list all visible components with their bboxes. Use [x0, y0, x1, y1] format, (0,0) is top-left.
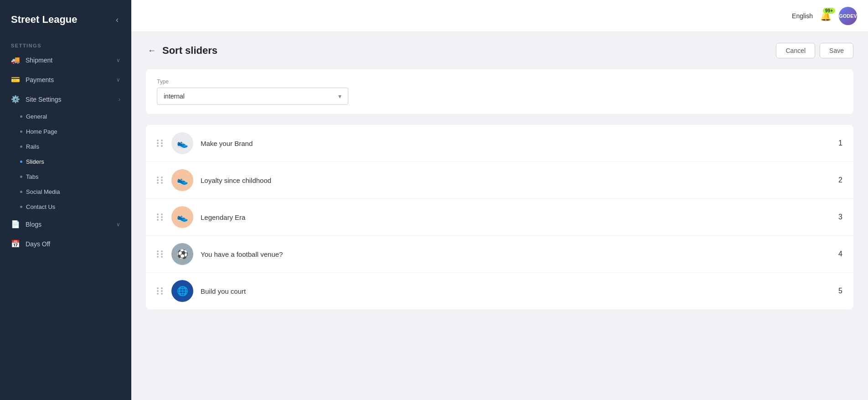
slider-number: 5 [832, 287, 842, 295]
dot-icon [20, 145, 22, 148]
page-header: ← Sort sliders Cancel Save [146, 43, 853, 58]
sidebar-item-blogs[interactable]: 📄 Blogs ∨ [0, 214, 131, 234]
type-label: Type [157, 78, 842, 85]
slider-thumbnail: 👟 [171, 169, 193, 191]
sidebar-item-social-media[interactable]: Social Media [0, 184, 131, 199]
drag-handle[interactable] [157, 287, 164, 295]
table-row: 👟 Legendary Era 3 [146, 199, 853, 236]
sidebar-contact-us-label: Contact Us [26, 203, 55, 210]
slider-number: 4 [832, 250, 842, 258]
dot-icon [20, 191, 22, 193]
sidebar-collapse-button[interactable]: ‹ [114, 13, 120, 26]
sidebar-site-settings-label: Site Settings [26, 96, 113, 103]
sidebar-item-contact-us[interactable]: Contact Us [0, 199, 131, 214]
sidebar-sliders-label: Sliders [26, 158, 44, 165]
chevron-right-icon: › [119, 96, 120, 103]
sidebar-header: Street League ‹ [0, 0, 131, 39]
slider-number: 3 [832, 213, 842, 221]
slider-name: Legendary Era [201, 213, 824, 221]
table-row: 👟 Loyalty since childhood 2 [146, 162, 853, 199]
page-title: Sort sliders [162, 45, 217, 57]
gear-icon: ⚙️ [11, 95, 20, 104]
dot-icon [20, 115, 22, 118]
sidebar-item-tabs[interactable]: Tabs [0, 169, 131, 184]
drag-handle[interactable] [157, 213, 164, 221]
slider-thumbnail: ⚽ [171, 243, 193, 265]
sidebar-item-general[interactable]: General [0, 109, 131, 124]
calendar-icon: 📅 [11, 239, 20, 248]
dot-icon [20, 206, 22, 208]
slider-name: Loyalty since childhood [201, 177, 824, 184]
header-actions: Cancel Save [776, 43, 853, 58]
thumb-icon: 🌐 [177, 286, 188, 296]
dot-icon [20, 161, 22, 163]
table-row: ⚽ You have a football venue? 4 [146, 236, 853, 273]
user-avatar[interactable]: GODEV [839, 7, 857, 25]
truck-icon: 🚚 [11, 56, 20, 64]
sidebar-blogs-label: Blogs [26, 221, 111, 228]
document-icon: 📄 [11, 220, 20, 229]
main-content: English 🔔 99+ GODEV ← Sort sliders Cance… [131, 0, 868, 400]
slider-name: Make your Brand [201, 140, 824, 147]
notification-bell[interactable]: 🔔 99+ [820, 10, 832, 21]
page-header-left: ← Sort sliders [146, 44, 217, 57]
drag-handle[interactable] [157, 250, 164, 258]
sidebar-rails-label: Rails [26, 143, 39, 150]
sidebar-shipment-label: Shipment [26, 57, 111, 64]
card-icon: 💳 [11, 75, 20, 84]
slider-thumbnail: 👟 [171, 132, 193, 154]
language-selector[interactable]: English [792, 12, 813, 20]
sidebar-home-page-label: Home Page [26, 128, 57, 135]
dot-icon [20, 176, 22, 178]
avatar-text: GODEV [839, 13, 857, 19]
slider-thumbnail: 🌐 [171, 280, 193, 302]
slider-number: 2 [832, 176, 842, 184]
type-section: Type internal ▾ [146, 69, 853, 114]
sidebar-item-sliders[interactable]: Sliders [0, 154, 131, 169]
chevron-down-icon: ∨ [116, 221, 120, 228]
sidebar-item-site-settings[interactable]: ⚙️ Site Settings › [0, 89, 131, 109]
chevron-down-icon: ▾ [338, 93, 341, 100]
slider-name: Build you court [201, 287, 824, 295]
sliders-list: 👟 Make your Brand 1 👟 Loyalty since chil… [146, 125, 853, 309]
dot-icon [20, 130, 22, 133]
table-row: 🌐 Build you court 5 [146, 273, 853, 309]
type-select[interactable]: internal ▾ [157, 88, 348, 105]
sidebar-days-off-label: Days Off [26, 240, 120, 248]
content-area: ← Sort sliders Cancel Save Type internal… [131, 32, 868, 400]
app-title: Street League [11, 14, 78, 26]
sidebar-social-media-label: Social Media [26, 188, 60, 195]
sidebar-item-shipment[interactable]: 🚚 Shipment ∨ [0, 50, 131, 70]
chevron-down-icon: ∨ [116, 77, 120, 83]
drag-handle[interactable] [157, 140, 164, 147]
sidebar-item-rails[interactable]: Rails [0, 139, 131, 154]
slider-number: 1 [832, 139, 842, 147]
type-value: internal [164, 93, 338, 100]
back-button[interactable]: ← [146, 44, 158, 57]
cancel-button[interactable]: Cancel [776, 43, 815, 58]
table-row: 👟 Make your Brand 1 [146, 125, 853, 162]
settings-section-label: SETTINGS [0, 39, 131, 50]
thumb-icon: 👟 [177, 138, 188, 149]
drag-handle[interactable] [157, 177, 164, 184]
slider-thumbnail: 👟 [171, 206, 193, 228]
chevron-down-icon: ∨ [116, 57, 120, 63]
thumb-icon: 👟 [177, 212, 188, 223]
sidebar-item-home-page[interactable]: Home Page [0, 124, 131, 139]
sidebar-tabs-label: Tabs [26, 173, 38, 180]
sidebar-general-label: General [26, 113, 47, 120]
thumb-icon: 👟 [177, 175, 188, 186]
sidebar-payments-label: Payments [26, 76, 111, 83]
topbar: English 🔔 99+ GODEV [131, 0, 868, 32]
slider-name: You have a football venue? [201, 250, 824, 258]
sidebar-item-days-off[interactable]: 📅 Days Off [0, 234, 131, 254]
notification-badge: 99+ [823, 8, 835, 14]
sidebar-item-payments[interactable]: 💳 Payments ∨ [0, 70, 131, 89]
save-button[interactable]: Save [820, 43, 853, 58]
thumb-icon: ⚽ [177, 249, 188, 260]
sidebar: Street League ‹ SETTINGS 🚚 Shipment ∨ 💳 … [0, 0, 131, 400]
